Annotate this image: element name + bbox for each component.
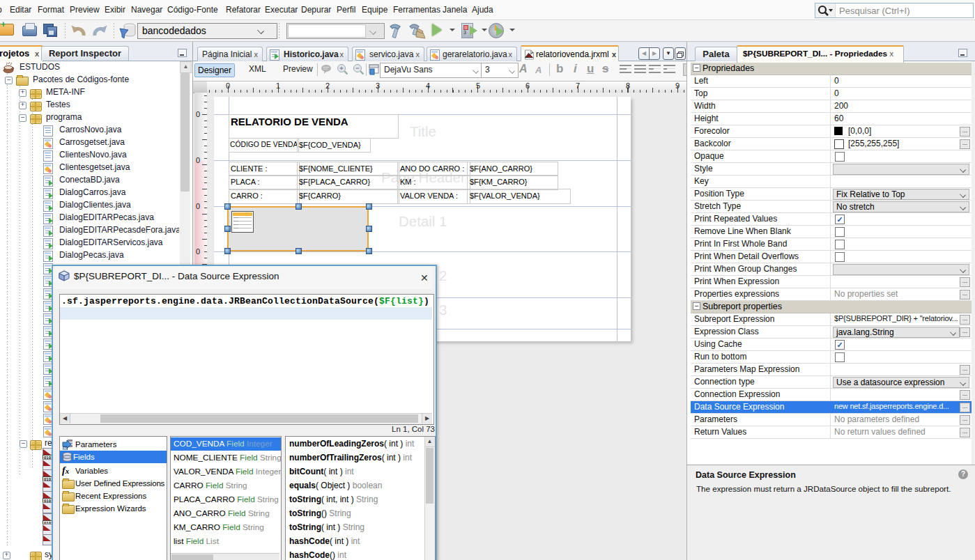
svg-text:IN: IN	[63, 446, 67, 451]
